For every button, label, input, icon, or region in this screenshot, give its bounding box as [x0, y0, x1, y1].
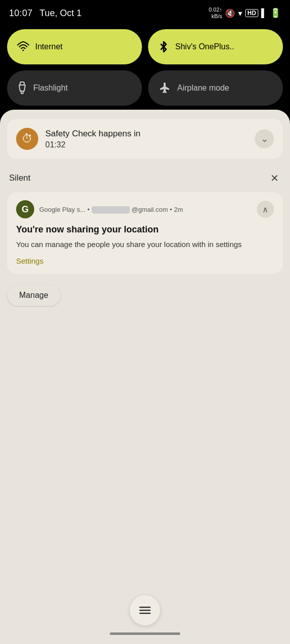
- svg-point-0: [23, 50, 24, 51]
- battery-icon: 🔋: [270, 8, 281, 19]
- status-right: 0.02↑ kB/s 🔇 ▾ HD ▌ 🔋: [208, 7, 281, 20]
- safety-expand-button[interactable]: ⌄: [255, 129, 274, 148]
- flashlight-icon: [17, 82, 27, 95]
- google-play-app-icon: G: [16, 200, 34, 218]
- safety-check-card: ⏱ Safety Check happens in 01:32 ⌄: [7, 119, 283, 159]
- status-time: 10:07: [9, 8, 33, 19]
- safety-timer: 01:32: [45, 140, 140, 149]
- notification-settings-action[interactable]: Settings: [16, 257, 43, 265]
- status-date: Tue, Oct 1: [40, 8, 82, 19]
- bottom-area: [0, 595, 290, 644]
- tile-bluetooth-label: Shiv's OnePlus..: [175, 42, 234, 51]
- quick-tiles: Internet Shiv's OnePlus.. Flashlight Air…: [0, 24, 290, 113]
- tile-internet-label: Internet: [35, 42, 62, 51]
- tile-airplane-label: Airplane mode: [177, 84, 229, 93]
- silent-label: Silent: [9, 173, 31, 183]
- status-bar: 10:07 Tue, Oct 1 0.02↑ kB/s 🔇 ▾ HD ▌ 🔋: [0, 0, 290, 24]
- notification-time: 2m: [174, 206, 183, 213]
- notification-collapse-button[interactable]: ∧: [257, 201, 274, 218]
- nav-bar-handle: [110, 632, 180, 635]
- expand-handle-button[interactable]: [130, 595, 160, 625]
- safety-text: Safety Check happens in 01:32: [45, 129, 140, 149]
- safety-card-left: ⏱ Safety Check happens in 01:32: [16, 128, 140, 150]
- status-left: 10:07 Tue, Oct 1: [9, 8, 82, 19]
- close-silent-button[interactable]: ✕: [268, 170, 281, 186]
- svg-rect-2: [21, 91, 23, 94]
- manage-button[interactable]: Manage: [7, 285, 60, 306]
- notification-meta: Google Play s... • ████████ @gmail.com •…: [39, 206, 252, 213]
- tile-bluetooth[interactable]: Shiv's OnePlus..: [148, 29, 283, 64]
- notification-body: You can manage the people you share your…: [16, 239, 274, 250]
- silent-header: Silent ✕: [7, 169, 283, 192]
- notification-dot: •: [87, 206, 91, 213]
- signal-icon: ▌: [261, 9, 267, 18]
- wifi-icon: [17, 41, 29, 53]
- mute-icon: 🔇: [225, 9, 235, 18]
- safety-clock-icon: ⏱: [16, 128, 38, 150]
- tile-flashlight-label: Flashlight: [33, 84, 67, 93]
- airplane-icon: [158, 82, 171, 95]
- notification-email: ████████: [92, 206, 130, 213]
- notification-app-name: Google Play s...: [39, 206, 86, 213]
- notification-email-domain: @gmail.com: [131, 206, 168, 213]
- tile-flashlight[interactable]: Flashlight: [7, 70, 142, 106]
- notification-title: You're now sharing your location: [16, 224, 274, 235]
- hd-badge: HD: [245, 9, 258, 17]
- bluetooth-icon: [158, 41, 169, 53]
- google-play-notification: G Google Play s... • ████████ @gmail.com…: [7, 192, 283, 274]
- tile-airplane[interactable]: Airplane mode: [148, 70, 283, 106]
- notification-header: G Google Play s... • ████████ @gmail.com…: [16, 200, 274, 218]
- wifi-status-icon: ▾: [238, 9, 242, 18]
- network-speed: 0.02↑ kB/s: [208, 7, 222, 20]
- tile-internet[interactable]: Internet: [7, 29, 142, 64]
- safety-title: Safety Check happens in: [45, 129, 140, 139]
- hamburger-icon: [138, 604, 152, 617]
- notification-panel: ⏱ Safety Check happens in 01:32 ⌄ Silent…: [0, 110, 290, 644]
